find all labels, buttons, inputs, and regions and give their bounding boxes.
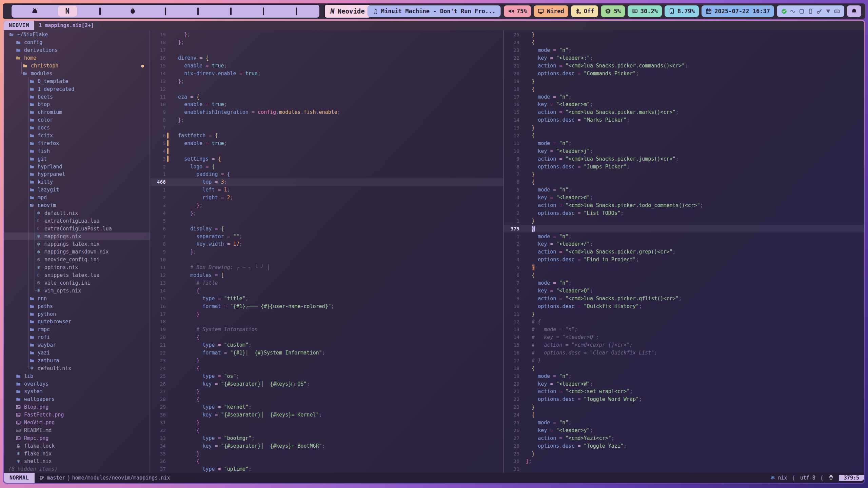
code-line[interactable]: 26 key = "{#separator}│ {#keys}□ OS"; [150, 380, 503, 388]
code-line[interactable]: 5 [150, 217, 503, 225]
code-line[interactable]: 1 mode = "n"; [504, 232, 864, 240]
code-line[interactable]: 15 action = "<cmd>lua Snacks.picker.mark… [504, 108, 864, 116]
code-line[interactable]: 3 action = "<cmd>lua Snacks.picker.todo_… [504, 202, 864, 209]
code-line[interactable]: 20 key = "<leader>W"; [504, 380, 864, 388]
tree-item[interactable]: kitty [4, 178, 150, 186]
code-line[interactable]: 10 key = "<leader>j"; [504, 147, 864, 155]
code-line[interactable]: 34 key = "{#separator}│ {#keys}≡ BootMGR… [150, 442, 503, 450]
tree-item[interactable]: fcitx [4, 132, 150, 140]
tree-item[interactable]: Rmpc.png [4, 434, 150, 442]
code-line[interactable]: 19 mode = "n"; [504, 372, 864, 380]
tree-item[interactable]: python [4, 310, 150, 318]
tree-item[interactable]: config [4, 39, 150, 46]
tree-item[interactable]: ❄options.nix [4, 264, 150, 271]
tree-item[interactable]: NeoVim.png [4, 419, 150, 427]
code-line[interactable]: 17 # } [504, 357, 864, 364]
code-line[interactable]: 10 enable = true; [150, 101, 503, 108]
code-line[interactable]: 3 }; [150, 202, 503, 209]
tree-item[interactable]: fish [4, 147, 150, 155]
editor-pane-left[interactable]: 19 };18 };17 16 direnv = {15 enable = tr… [150, 30, 503, 473]
code-line[interactable]: 22 key = "<leader>:"; [504, 54, 864, 62]
tree-item[interactable]: btop [4, 101, 150, 108]
tree-item[interactable]: ⚙vale_config.ini [4, 279, 150, 287]
tree-item[interactable]: ❄shell.nix [4, 458, 150, 465]
code-line[interactable]: 2 right = 2; [150, 194, 503, 202]
code-line[interactable]: 24 { [504, 411, 864, 419]
workspace-button-1[interactable] [25, 6, 44, 17]
tree-item[interactable]: ☾extraConfigLua.lua [4, 217, 150, 225]
code-line[interactable]: 15 enable = true; [150, 62, 503, 70]
tree-item[interactable]: ❄default.nix [4, 209, 150, 217]
code-line[interactable]: 5 enable = true; [150, 139, 503, 147]
code-line[interactable]: 25 type = "os"; [150, 372, 503, 380]
workspace-button-7[interactable] [221, 6, 240, 17]
code-line[interactable]: 22 format = "{#1}│ {#}System Information… [150, 349, 503, 357]
tree-item[interactable]: lib [4, 372, 150, 380]
tree-item[interactable]: mpd [4, 194, 150, 202]
tree-item[interactable]: 1_deprecated [4, 85, 150, 93]
tree-item[interactable]: waybar [4, 341, 150, 349]
tree-item[interactable]: FastFetch.png [4, 411, 150, 419]
code-line[interactable]: 2 key = "<leader>/"; [504, 240, 864, 248]
phone-icon[interactable] [808, 8, 813, 14]
check-circle-icon[interactable] [781, 8, 787, 14]
code-line[interactable]: 20 { [150, 333, 503, 341]
code-line[interactable]: 2 logo = { [150, 163, 503, 170]
tree-item[interactable]: ~/NixFlake [4, 31, 150, 39]
code-line[interactable]: 18 { [504, 85, 864, 93]
code-line[interactable]: 8 }; [150, 116, 503, 124]
code-line[interactable]: 6 { [504, 271, 864, 279]
code-line[interactable]: 11 mode = "n"; [504, 139, 864, 147]
volume-module[interactable]: 75% [504, 5, 531, 17]
code-line[interactable]: 17 } [150, 310, 503, 318]
workspace-button-3[interactable] [91, 6, 110, 17]
tree-item[interactable]: ❄mappings_latex.nix [4, 240, 150, 248]
file-tree[interactable]: ~/NixFlakeconfigderivationshomechristoph… [4, 30, 150, 473]
tree-item[interactable]: neovim [4, 202, 150, 209]
code-line[interactable]: 9 action = "<cmd>lua Snacks.picker.qflis… [504, 294, 864, 302]
code-line[interactable]: 30]; [504, 458, 864, 465]
tree-item[interactable]: docs [4, 124, 150, 132]
code-line[interactable]: 23 } [150, 357, 503, 364]
code-line[interactable]: 30 key = "{#separator}│ {#keys}≡ Kernel"… [150, 411, 503, 419]
editor-pane-right[interactable]: 25 }24 {23 mode = "n";22 key = "<leader>… [504, 30, 864, 473]
tree-item[interactable]: rofi [4, 333, 150, 341]
code-line[interactable]: 12 [150, 85, 503, 93]
code-line[interactable]: 6 display = { [150, 225, 503, 232]
code-line[interactable]: 4 [150, 147, 503, 155]
tree-item[interactable]: qutebrowser [4, 318, 150, 326]
code-line[interactable]: 20 options.desc = "Commands Picker"; [504, 69, 864, 77]
code-line[interactable]: 12 { [504, 132, 864, 140]
code-line[interactable]: 35 } [150, 450, 503, 458]
system-tray[interactable] [777, 5, 844, 17]
tree-item[interactable]: README.md [4, 426, 150, 434]
code-line[interactable]: 32 { [150, 426, 503, 434]
tree-item[interactable]: 0_template [4, 77, 150, 85]
code-line[interactable]: 16 format = "{#1}╭─── {#}{user-name-colo… [150, 302, 503, 310]
code-line[interactable]: 25 } [504, 31, 864, 39]
tree-item[interactable]: Btop.png [4, 403, 150, 411]
code-line[interactable]: 5 } [504, 264, 864, 271]
tree-item[interactable]: beets [4, 93, 150, 101]
tree-item[interactable]: nnn [4, 294, 150, 302]
network-module[interactable]: Wired [534, 5, 568, 17]
code-line[interactable]: 9 }; [150, 248, 503, 256]
code-line[interactable]: 4 }; [150, 209, 503, 217]
code-line[interactable]: 14 # key = "<leader>Q"; [504, 333, 864, 341]
code-line[interactable]: 29 type = "kernel"; [150, 403, 503, 411]
code-line[interactable]: 21 action = "<cmd>lua Snacks.picker.comm… [504, 62, 864, 70]
tree-item[interactable]: flake.lock [4, 442, 150, 450]
workspace-button-2[interactable]: N [58, 6, 77, 17]
code-line[interactable]: 31 } [150, 419, 503, 427]
tree-item[interactable]: overlays [4, 380, 150, 388]
code-line[interactable]: 21 action = "<cmd>:set wrap!<cr>"; [504, 388, 864, 395]
tree-item[interactable]: ❄default.nix [4, 364, 150, 372]
code-line[interactable]: 14 options.desc = "Marks Picker"; [504, 116, 864, 124]
code-line[interactable]: 6 fastfetch = { [150, 132, 503, 140]
code-line[interactable]: 21 type = "custom"; [150, 341, 503, 349]
tree-item[interactable]: ❄vim_opts.nix [4, 287, 150, 294]
code-line[interactable]: 11 } [504, 310, 864, 318]
code-line[interactable]: 4 key = "<leader>d"; [504, 194, 864, 202]
code-line[interactable]: 9 action = "<cmd>lua Snacks.picker.jumps… [504, 155, 864, 163]
code-line[interactable]: 7 mode = "n"; [504, 279, 864, 287]
